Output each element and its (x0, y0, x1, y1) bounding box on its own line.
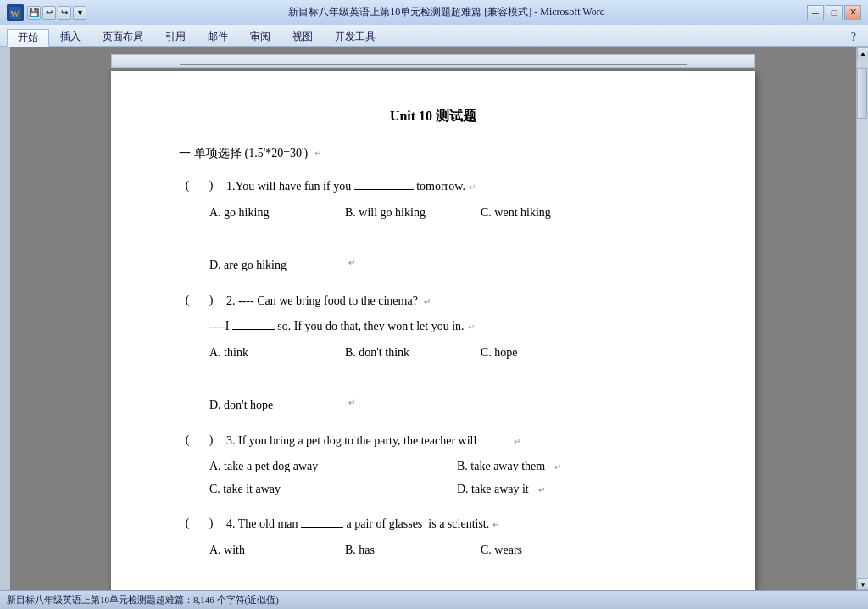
quick-access-bar[interactable]: 💾 ↩ ↪ ▾ (27, 6, 86, 20)
q2-paren-close: ) (203, 291, 220, 310)
q1-options: A. go hiking B. will go hiking C. went h… (179, 204, 687, 276)
scroll-down-button[interactable]: ▼ (857, 578, 868, 590)
main-area: Unit 10 测试题 一 单项选择 (1.5'*20=30') ↵ ( ) 1… (0, 47, 868, 590)
tab-insert[interactable]: 插入 (49, 27, 92, 46)
title-bar: W 💾 ↩ ↪ ▾ 新目标八年级英语上第10单元检测题超难篇 [兼容模式] - … (0, 0, 868, 25)
undo-icon[interactable]: ↩ (42, 6, 56, 20)
q1-opt-c: C. went hiking (481, 204, 582, 222)
document-container: Unit 10 测试题 一 单项选择 (1.5'*20=30') ↵ ( ) 1… (10, 47, 856, 590)
tab-review[interactable]: 审阅 (239, 27, 281, 46)
q2-dialogue: ----I so. If you do that, they won't let… (179, 317, 687, 336)
save-icon[interactable]: 💾 (27, 6, 41, 20)
document-page: Unit 10 测试题 一 单项选择 (1.5'*20=30') ↵ ( ) 1… (111, 71, 755, 590)
q3-opt-a: A. take a pet dog away (209, 457, 440, 476)
tab-view[interactable]: 视图 (281, 27, 324, 46)
tab-page-layout[interactable]: 页面布局 (92, 27, 154, 46)
q4-options: A. with B. has C. wears D. at ↵ (179, 541, 687, 590)
close-button[interactable]: ✕ (844, 5, 861, 20)
scrollbar-thumb[interactable] (857, 68, 867, 119)
question-3: ( ) 3. If you bring a pet dog to the par… (179, 431, 687, 500)
vertical-scrollbar[interactable]: ▲ ▼ (856, 47, 868, 590)
q1-paren-close: ) (203, 176, 220, 195)
left-margin (0, 47, 10, 590)
q3-paren-close: ) (203, 431, 220, 450)
word-logo: W (7, 4, 24, 21)
q1-stem: ( ) 1.You will have fun if you tomorrow.… (179, 176, 687, 197)
q3-opt-c: C. take it away (209, 480, 440, 499)
question-4: ( ) 4. The old man a pair of glasses is … (179, 514, 687, 590)
scrollbar-track[interactable] (857, 59, 868, 578)
return-mark-1: ↵ (314, 147, 321, 160)
ruler-marks (180, 57, 687, 65)
section-score: (1.5'*20=30') (245, 144, 309, 163)
q4-stem: ( ) 4. The old man a pair of glasses is … (179, 514, 687, 534)
ribbon: 开始 插入 页面布局 引用 邮件 审阅 视图 开发工具 ? (0, 25, 868, 47)
window-controls[interactable]: ─ □ ✕ (807, 5, 861, 20)
window-title: 新目标八年级英语上第10单元检测题超难篇 [兼容模式] - Microsoft … (86, 5, 807, 20)
q1-opt-a: A. go hiking (209, 204, 311, 222)
q1-text: 1.You will have fun if you tomorrow.↵ (226, 176, 687, 197)
q3-stem: ( ) 3. If you bring a pet dog to the par… (179, 431, 687, 451)
help-icon[interactable]: ? (846, 29, 861, 46)
q2-options: A. think B. don't think C. hope D. don't… (179, 344, 687, 416)
q4-opt-a: A. with (209, 541, 311, 560)
svg-text:W: W (10, 8, 19, 19)
maximize-button[interactable]: □ (826, 5, 843, 20)
q4-paren-open: ( (179, 514, 196, 533)
q1-opt-b: B. will go hiking (345, 204, 447, 222)
q2-opt-c: C. hope (481, 344, 582, 362)
redo-icon[interactable]: ↪ (58, 6, 71, 20)
dropdown-icon[interactable]: ▾ (73, 6, 86, 20)
q1-opt-d: D. are go hiking (209, 256, 311, 275)
q1-paren-open: ( (179, 176, 196, 195)
q4-opt-c: C. wears (481, 541, 582, 560)
q2-return: ↵ (348, 396, 355, 415)
q2-stem: ( ) 2. ---- Can we bring food to the cin… (179, 291, 687, 311)
q2-opt-d: D. don't hope (209, 396, 311, 415)
tab-mail[interactable]: 邮件 (197, 27, 239, 46)
tab-dev[interactable]: 开发工具 (324, 27, 387, 46)
q3-options: A. take a pet dog away B. take away them… (179, 457, 687, 499)
q3-opt-d: D. take away it ↵ (457, 480, 687, 499)
q3-paren-open: ( (179, 431, 196, 450)
minimize-button[interactable]: ─ (807, 5, 824, 20)
q4-opt-b: B. has (345, 541, 447, 560)
status-bar: 新目标八年级英语上第10单元检测题超难篇：8,146 个字符(近似值) (0, 590, 868, 609)
tab-start[interactable]: 开始 (7, 29, 49, 47)
section-label: 一 单项选择 (179, 144, 242, 163)
q2-opt-a: A. think (209, 344, 311, 362)
q2-text: 2. ---- Can we bring food to the cinema?… (226, 291, 687, 311)
ribbon-tab-bar[interactable]: 开始 插入 页面布局 引用 邮件 审阅 视图 开发工具 ? (0, 25, 868, 46)
tab-reference[interactable]: 引用 (154, 27, 197, 46)
q4-paren-close: ) (203, 514, 220, 533)
q3-text: 3. If you bring a pet dog to the party, … (226, 431, 687, 451)
document-title: Unit 10 测试题 (179, 105, 687, 127)
q4-text: 4. The old man a pair of glasses is a sc… (226, 514, 687, 534)
question-1: ( ) 1.You will have fun if you tomorrow.… (179, 176, 687, 276)
q2-opt-b: B. don't think (345, 344, 447, 362)
question-2: ( ) 2. ---- Can we bring food to the cin… (179, 291, 687, 416)
section-header: 一 单项选择 (1.5'*20=30') ↵ (179, 144, 687, 163)
q3-opt-b: B. take away them ↵ (457, 457, 687, 476)
q2-paren-open: ( (179, 291, 196, 310)
title-bar-left: W 💾 ↩ ↪ ▾ (7, 4, 86, 21)
ruler (111, 54, 755, 68)
q1-return: ↵ (348, 256, 355, 275)
status-text: 新目标八年级英语上第10单元检测题超难篇：8,146 个字符(近似值) (7, 594, 279, 606)
scroll-up-button[interactable]: ▲ (857, 47, 868, 59)
